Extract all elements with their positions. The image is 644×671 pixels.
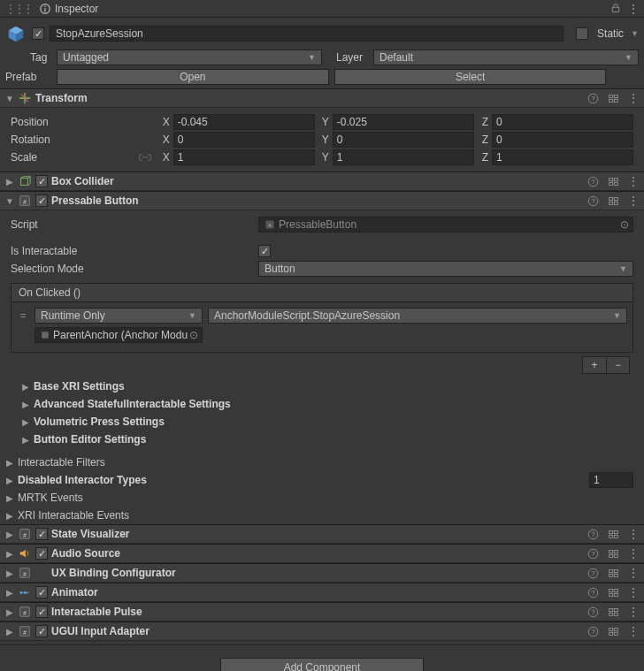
audio-source-foldout[interactable]: ▶ (5, 549, 14, 559)
event-remove-button[interactable]: − (606, 357, 629, 373)
animator-foldout[interactable]: ▶ (5, 588, 14, 598)
context-menu-icon[interactable]: ⋮ (628, 528, 639, 540)
volumetric-settings-foldout[interactable]: ▶Volumetric Press Settings (11, 413, 633, 431)
script-field[interactable]: # PressableButton ⊙ (258, 217, 633, 233)
event-target-field[interactable]: ParentAnchor (Anchor Modu ⊙ (34, 327, 203, 343)
preset-icon[interactable] (608, 195, 619, 207)
svg-text:?: ? (591, 197, 594, 205)
ugui-adapter-foldout[interactable]: ▶ (5, 627, 14, 637)
help-icon[interactable]: ? (587, 568, 599, 579)
svg-rect-53 (20, 591, 23, 594)
animator-enabled-checkbox[interactable] (35, 586, 48, 599)
context-menu-icon[interactable]: ⋮ (628, 625, 639, 637)
layer-dropdown[interactable]: Default▼ (373, 50, 639, 65)
position-x-input[interactable] (173, 114, 315, 130)
help-icon[interactable]: ? (587, 626, 599, 637)
advanced-settings-foldout[interactable]: ▶Advanced StatefulInteractable Settings (11, 395, 633, 413)
svg-text:?: ? (591, 550, 594, 558)
box-collider-enabled-checkbox[interactable] (35, 175, 48, 187)
context-menu-icon[interactable]: ⋮ (628, 175, 639, 187)
animator-icon (18, 585, 32, 599)
svg-text:#: # (23, 532, 27, 538)
gameobject-name-input[interactable] (50, 26, 564, 42)
rotation-z-input[interactable] (492, 132, 633, 148)
position-y-input[interactable] (333, 114, 474, 130)
disabled-types-count-input[interactable] (589, 472, 633, 488)
scale-y-input[interactable] (333, 149, 474, 165)
rotation-x-input[interactable] (173, 132, 315, 148)
audio-source-enabled-checkbox[interactable] (35, 547, 48, 560)
preset-icon[interactable] (608, 606, 619, 618)
svg-rect-9 (610, 95, 613, 97)
context-menu-icon[interactable]: ⋮ (628, 586, 639, 599)
context-menu-icon[interactable]: ⋮ (628, 567, 639, 579)
help-icon[interactable]: ? (587, 176, 599, 187)
help-icon[interactable]: ? (587, 587, 599, 599)
box-collider-foldout[interactable]: ▶ (5, 177, 14, 187)
method-dropdown[interactable]: AnchorModuleScript.StopAzureSession▼ (208, 308, 627, 324)
animator-title: Animator (51, 586, 98, 599)
help-icon[interactable]: ? (587, 529, 599, 540)
svg-rect-13 (21, 179, 28, 186)
scale-z-input[interactable] (492, 149, 633, 165)
help-icon[interactable]: ? (587, 93, 599, 104)
preset-icon[interactable] (608, 176, 619, 187)
selection-mode-dropdown[interactable]: Button▼ (258, 261, 633, 277)
prefab-overrides-button[interactable] (611, 69, 639, 85)
pressable-button-enabled-checkbox[interactable] (35, 194, 48, 207)
svg-rect-30 (42, 332, 49, 339)
object-picker-icon[interactable]: ⊙ (620, 218, 629, 231)
scale-x-input[interactable] (173, 149, 315, 165)
ux-binding-foldout[interactable]: ▶ (5, 568, 14, 578)
audio-source-title: Audio Source (51, 547, 120, 560)
context-menu-icon[interactable]: ⋮ (628, 92, 639, 104)
preset-icon[interactable] (608, 626, 619, 637)
interactable-filters-foldout[interactable]: ▶Interactable Filters (0, 454, 644, 471)
runtime-only-dropdown[interactable]: Runtime Only▼ (34, 308, 203, 324)
tab-drag-handle[interactable]: ⋮⋮⋮ (5, 3, 32, 15)
gameobject-active-checkbox[interactable] (32, 27, 44, 40)
position-z-input[interactable] (492, 114, 633, 130)
context-menu-icon[interactable]: ⋮ (628, 547, 639, 560)
button-editor-settings-foldout[interactable]: ▶Button Editor Settings (11, 431, 633, 448)
state-visualizer-enabled-checkbox[interactable] (35, 528, 48, 540)
base-xri-settings-foldout[interactable]: ▶Base XRI Settings (11, 377, 633, 395)
tag-dropdown[interactable]: Untagged▼ (57, 50, 322, 65)
transform-foldout[interactable]: ▼ (5, 94, 14, 103)
prefab-select-button[interactable]: Select (334, 69, 607, 85)
preset-icon[interactable] (608, 587, 619, 599)
pressable-button-foldout[interactable]: ▼ (5, 196, 14, 206)
prefab-open-button[interactable]: Open (57, 69, 329, 85)
disabled-interactor-types-foldout[interactable]: ▶ Disabled Interactor Types (0, 471, 644, 489)
ugui-adapter-title: UGUI Input Adapter (51, 625, 150, 637)
context-menu-icon[interactable]: ⋮ (628, 194, 639, 207)
event-add-button[interactable]: + (583, 357, 606, 373)
mrtk-events-foldout[interactable]: ▶MRTK Events (0, 489, 644, 507)
static-dropdown-arrow[interactable]: ▼ (631, 29, 639, 38)
interactable-pulse-title: Interactable Pulse (51, 606, 142, 618)
constrain-proportions-icon[interactable] (139, 152, 151, 163)
lock-icon[interactable] (610, 3, 621, 15)
interactable-pulse-foldout[interactable]: ▶ (5, 607, 14, 617)
rotation-y-input[interactable] (333, 132, 474, 148)
help-icon[interactable]: ? (587, 606, 599, 618)
xri-events-foldout[interactable]: ▶XRI Interactable Events (0, 507, 644, 524)
preset-icon[interactable] (608, 529, 619, 540)
state-visualizer-foldout[interactable]: ▶ (5, 530, 14, 539)
help-icon[interactable]: ? (587, 195, 599, 207)
ux-binding-title: UX Binding Configurator (51, 567, 176, 579)
add-component-button[interactable]: Add Component (220, 658, 424, 671)
static-checkbox[interactable] (576, 27, 588, 40)
context-menu-icon[interactable]: ⋮ (628, 606, 639, 618)
ugui-adapter-enabled-checkbox[interactable] (35, 625, 48, 637)
preset-icon[interactable] (608, 568, 619, 579)
interactable-pulse-enabled-checkbox[interactable] (35, 606, 48, 618)
selection-mode-value: Button (264, 263, 295, 275)
preset-icon[interactable] (608, 93, 619, 104)
help-icon[interactable]: ? (587, 548, 599, 560)
object-picker-icon[interactable]: ⊙ (189, 329, 198, 341)
preset-icon[interactable] (608, 548, 619, 560)
event-drag-handle[interactable]: = (17, 309, 29, 322)
is-interactable-checkbox[interactable] (258, 245, 271, 257)
context-menu-icon[interactable]: ⋮ (628, 3, 639, 15)
